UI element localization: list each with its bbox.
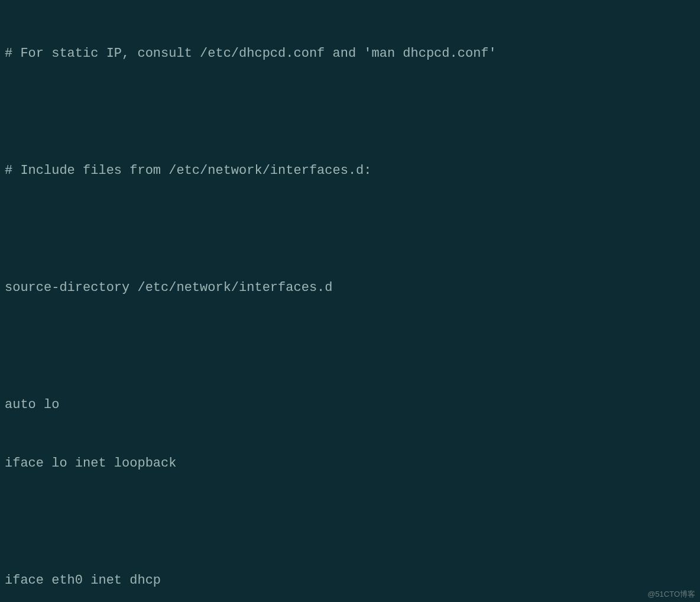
- config-line: [5, 102, 695, 122]
- watermark-text: @51CTO博客: [647, 588, 695, 600]
- config-line: iface lo inet loopback: [5, 454, 695, 473]
- config-line: [5, 336, 695, 356]
- config-line: source-directory /etc/network/interfaces…: [5, 278, 695, 297]
- config-line: [5, 219, 695, 239]
- config-line: auto lo: [5, 395, 695, 415]
- config-line: iface eth0 inet dhcp: [5, 571, 695, 590]
- config-line: # Include files from /etc/network/interf…: [5, 161, 695, 180]
- config-line: [5, 512, 695, 532]
- config-line: # For static IP, consult /etc/dhcpcd.con…: [5, 44, 695, 63]
- terminal-editor[interactable]: # For static IP, consult /etc/dhcpcd.con…: [5, 5, 695, 602]
